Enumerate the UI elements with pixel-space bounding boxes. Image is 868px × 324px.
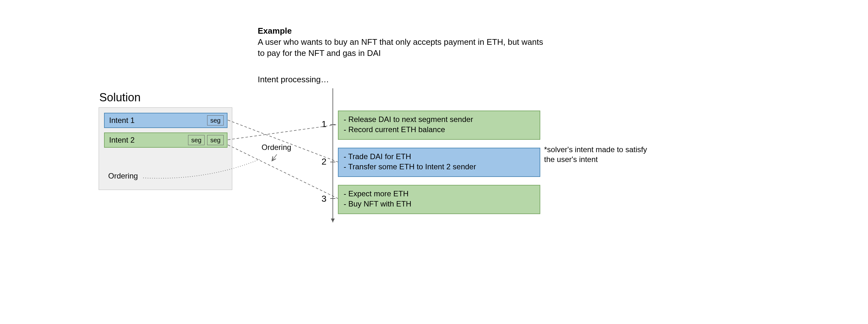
step-2-line-1: - Trade DAI for ETH xyxy=(344,151,534,162)
intent-1-label: Intent 1 xyxy=(109,116,134,125)
solver-intent-annotation: *solver's intent made to satisfy the use… xyxy=(544,145,652,164)
midline-ordering-label: Ordering xyxy=(261,143,291,152)
ordering-pointer-arrow xyxy=(272,154,277,161)
connector-intent2-segB-to-step3 xyxy=(228,145,338,199)
diagram-canvas: Example A user who wants to buy an NFT t… xyxy=(0,0,868,324)
solution-ordering-label: Ordering xyxy=(108,172,138,180)
intent-1-row: Intent 1 seg xyxy=(104,113,227,128)
step-3-line-2: - Buy NFT with ETH xyxy=(344,199,534,209)
example-block: Example A user who wants to buy an NFT t… xyxy=(258,26,544,59)
step-2-line-2: - Transfer some ETH to Intent 2 sender xyxy=(344,162,534,172)
intent-2-seg-b: seg xyxy=(207,135,224,145)
intent-processing-label: Intent processing… xyxy=(258,75,329,84)
step-3-line-1: - Expect more ETH xyxy=(344,189,534,199)
step-2-box: - Trade DAI for ETH - Transfer some ETH … xyxy=(338,148,540,177)
intent-1-seg: seg xyxy=(207,115,224,125)
intent-2-label: Intent 2 xyxy=(109,136,134,145)
step-1-number: 1 xyxy=(317,119,327,129)
example-description: A user who wants to buy an NFT that only… xyxy=(258,37,543,58)
step-2-number: 2 xyxy=(317,156,327,167)
intent-2-seg-a: seg xyxy=(188,135,205,145)
step-3-box: - Expect more ETH - Buy NFT with ETH xyxy=(338,185,540,214)
example-heading: Example xyxy=(258,26,292,36)
solution-title: Solution xyxy=(99,91,141,104)
step-1-line-2: - Record current ETH balance xyxy=(344,124,534,135)
intent-2-row: Intent 2 seg seg xyxy=(104,133,227,148)
step-1-box: - Release DAI to next segment sender - R… xyxy=(338,111,540,140)
step-3-number: 3 xyxy=(317,194,327,204)
step-1-line-1: - Release DAI to next segment sender xyxy=(344,114,534,124)
